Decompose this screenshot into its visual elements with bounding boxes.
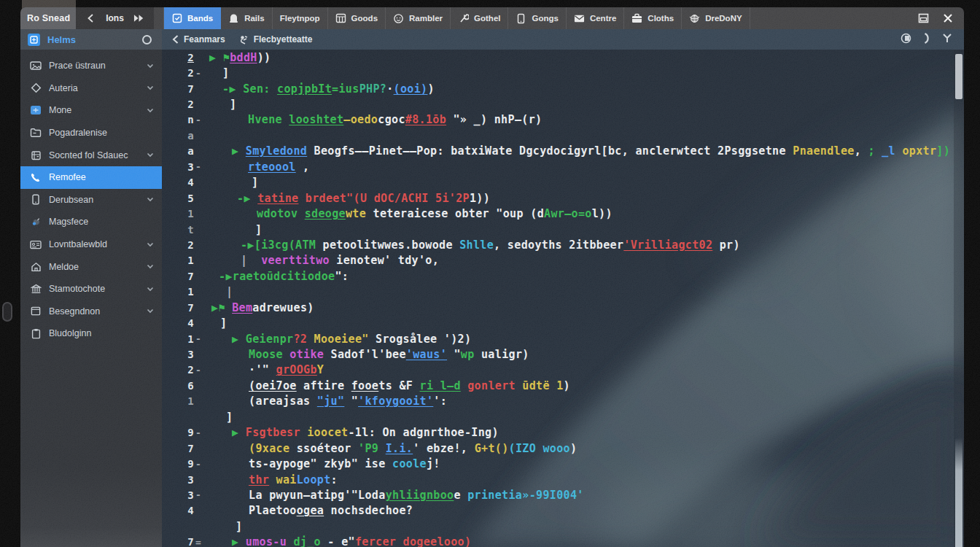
code-line-2: 2-] xyxy=(162,65,954,80)
sidebar-item-8[interactable]: Magsfece xyxy=(20,211,162,233)
code-line-29: 3-La pwyun—atipg'"Lodayhliignbooe prinet… xyxy=(162,487,954,503)
chevron-down-icon[interactable] xyxy=(146,151,155,160)
code-text: wdotov sdeogewte teteraicese obter "oup … xyxy=(203,207,954,220)
chevron-down-icon[interactable] xyxy=(146,106,155,115)
fold-marker[interactable]: - xyxy=(194,365,203,376)
tab-goods[interactable]: Goods xyxy=(328,7,386,29)
sidebar-item-label: Magsfece xyxy=(49,217,155,227)
chevron-down-icon[interactable] xyxy=(146,284,155,293)
fold-marker[interactable]: - xyxy=(194,68,203,79)
sidebar-item-label: Bludolginn xyxy=(49,328,155,338)
code-line-8: 3-rteoool , xyxy=(162,159,954,174)
chevron-down-icon[interactable] xyxy=(146,307,155,316)
restore-icon[interactable] xyxy=(917,12,930,25)
line-number: a xyxy=(162,145,194,157)
tab-bands[interactable]: Bands xyxy=(163,7,221,29)
chevron-down-icon[interactable] xyxy=(146,263,155,271)
bank-icon xyxy=(28,149,44,162)
vertical-scrollbar[interactable] xyxy=(954,50,964,547)
save-icon[interactable] xyxy=(901,33,911,47)
sidebar-item-7[interactable]: Derubsean xyxy=(20,189,162,212)
scrollbar-light xyxy=(955,438,962,547)
code-text: ] xyxy=(203,176,954,189)
bezel-handle[interactable] xyxy=(2,302,12,322)
sidebar-item-4[interactable]: Pogadralenise xyxy=(20,122,162,144)
fold-marker[interactable]: - xyxy=(194,161,203,172)
sidebar-item-label: Besegndnon xyxy=(49,306,146,317)
code-editor[interactable]: 2▶ ⚑bddH))2-]7-▶ Sen: copjpbIt=iusPHP?·(… xyxy=(162,50,964,547)
phone-icon xyxy=(516,13,526,24)
line-number: 4 xyxy=(162,317,194,329)
code-line-32: 7=▶ umos-u dj_o - e"fercer dogeelooo) xyxy=(162,535,954,547)
ring-icon[interactable] xyxy=(142,35,152,44)
code-text: (areajsas "ju" "'kfoygooit'': xyxy=(203,395,954,408)
forward-icon[interactable] xyxy=(133,13,145,23)
tab-rails[interactable]: Rails xyxy=(221,7,273,29)
nav-label: Ions xyxy=(106,13,124,23)
code-line-27: 9-ts-aypoge" zkyb" ise coolej! xyxy=(162,456,954,471)
toolbar-item-back[interactable]: Feanmars xyxy=(172,34,225,44)
sidebar-item-11[interactable]: Stamotochote xyxy=(20,278,162,300)
chevron-down-icon[interactable] xyxy=(146,84,155,93)
handset-icon xyxy=(28,171,44,184)
branch-icon[interactable] xyxy=(942,33,952,46)
code-line-9: 4] xyxy=(162,175,954,190)
tab-gongs[interactable]: Gongs xyxy=(508,7,566,29)
code-line-4: 2] xyxy=(162,96,954,112)
sidebar-header[interactable]: Helms xyxy=(20,29,162,50)
sidebar-item-3[interactable]: Mone xyxy=(20,99,162,122)
app-title[interactable]: Ro Snead xyxy=(20,7,76,29)
tab-gothel[interactable]: Gothel xyxy=(451,7,508,29)
sidebar-item-10[interactable]: Meldoe xyxy=(20,255,162,278)
sidebar-item-label: Remofee xyxy=(49,172,155,182)
chevron-down-icon[interactable] xyxy=(146,195,155,204)
fold-marker[interactable]: - xyxy=(194,459,203,470)
tab-centre[interactable]: Centre xyxy=(567,7,624,29)
paren-icon[interactable] xyxy=(924,33,930,47)
sidebar-item-5[interactable]: Socnted fol Sdauec xyxy=(20,144,162,166)
code-text: ▶ ⚑bddH)) xyxy=(203,51,954,64)
paw-icon xyxy=(28,215,44,228)
tab-label: Rambler xyxy=(409,14,443,23)
chevron-down-icon[interactable] xyxy=(146,61,155,70)
back-icon[interactable] xyxy=(85,13,96,23)
code-line-16: 1| xyxy=(162,284,954,300)
fold-marker[interactable]: - xyxy=(194,489,203,500)
close-icon[interactable] xyxy=(941,12,954,25)
code-line-13: 2-▶[i3cg(ATM petoolitwwes.bowode Shlle, … xyxy=(162,237,954,252)
code-text: ·'" grOOGbY xyxy=(203,363,954,376)
code-line-10: 5-▶ tatine brdeet"(U dOC/ACHI 5i'2P1)) xyxy=(162,190,954,206)
sidebar-item-12[interactable]: Besegndnon xyxy=(20,300,162,323)
fold-marker[interactable]: - xyxy=(194,115,203,125)
envelope-icon xyxy=(574,13,585,24)
code-text: -▶ Sen: copjpbIt=iusPHP?·(ooi)) xyxy=(203,82,954,96)
line-number: 2 xyxy=(162,239,194,251)
sidebar-item-9[interactable]: Lovntbalewbld xyxy=(20,233,162,256)
code-text: ] xyxy=(203,66,954,79)
editor-toolbar-right xyxy=(901,33,952,47)
fold-marker[interactable]: - xyxy=(194,427,203,438)
tab-cloths[interactable]: Cloths xyxy=(624,7,682,29)
line-number: 2 xyxy=(162,98,194,110)
code-line-1: 2▶ ⚑bddH)) xyxy=(162,50,954,65)
sidebar-item-13[interactable]: Bludolginn xyxy=(20,322,162,345)
tab-label: Gongs xyxy=(532,14,558,23)
toolbar-item-breakpoints[interactable]: Flecbyetteatte xyxy=(239,34,313,44)
line-number: 1 xyxy=(162,208,194,220)
scrollbar-thumb[interactable] xyxy=(955,54,962,99)
tab-fleytnpop[interactable]: Fleytnpop xyxy=(273,7,328,29)
tab-dredony[interactable]: DreDoNY xyxy=(682,7,750,29)
fold-marker[interactable]: - xyxy=(194,333,203,344)
code-line-18: 4] xyxy=(162,315,954,330)
code-line-24: ] xyxy=(162,409,954,424)
sidebar-item-2[interactable]: Auteria xyxy=(20,77,162,100)
line-number: a xyxy=(162,130,194,141)
tab-rambler[interactable]: Rambler xyxy=(386,7,451,29)
code-text: ▶⚑ Bemadrewues) xyxy=(203,301,954,314)
line-number: 5 xyxy=(162,193,194,204)
sidebar-item-1[interactable]: Prace üstraun xyxy=(20,55,162,77)
code-area[interactable]: 2▶ ⚑bddH))2-]7-▶ Sen: copjpbIt=iusPHP?·(… xyxy=(162,50,954,547)
sidebar-item-6[interactable]: Remofee xyxy=(20,166,162,189)
chevron-down-icon[interactable] xyxy=(146,240,155,249)
fold-marker[interactable]: = xyxy=(194,537,203,547)
